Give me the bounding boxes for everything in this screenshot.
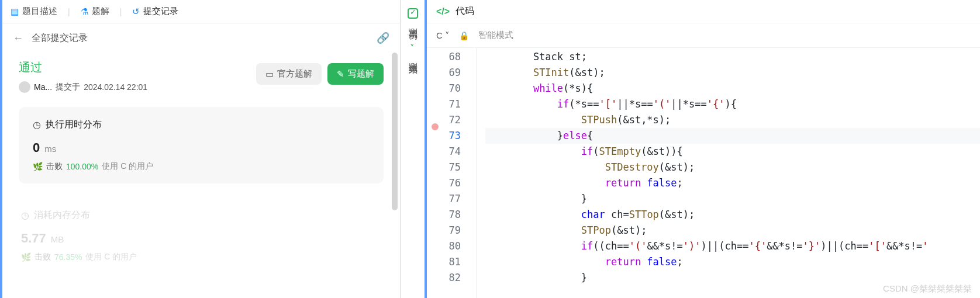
vtab-result[interactable]: ˅ 测试结果 [408,39,419,64]
card-title: 消耗内存分布 [21,209,370,221]
runtime-unit: ms [44,144,56,154]
vtab-label: 测试用例 [408,21,419,26]
separator [407,34,419,34]
button-label: 官方题解 [277,68,312,79]
breakpoint-gutter[interactable] [427,48,443,298]
tab-submissions[interactable]: ↺ 提交记录 [132,0,178,23]
beat-percent: 100.00% [66,162,98,171]
username: Ma... [34,82,52,92]
beat-rest: 使用 C 的用户 [85,252,137,262]
beat-rest: 使用 C 的用户 [102,161,153,172]
runtime-card: 执行用时分布 0 ms 🌿 击败 100.00% 使用 C 的用户 [19,107,384,183]
vertical-tabs-col: 测试用例 ˅ 测试结果 [401,0,427,298]
status-row: 通过 Ma... 提交于 2024.02.14 22:01 ▭ 官方题解 ✎ [19,60,384,93]
button-label: 写题解 [348,68,374,79]
beat-percent: 76.35% [54,252,82,262]
file-icon: ▤ [11,6,19,17]
tab-label: 题目描述 [22,6,57,17]
fire-icon: 🌿 [33,162,43,171]
memory-unit: MB [51,234,64,244]
tabs-bar: ▤ 题目描述 | ⚗ 题解 | ↺ 提交记录 [2,0,400,23]
link-icon[interactable]: 🔗 [377,32,389,44]
tab-label: 提交记录 [143,6,178,17]
write-solution-button[interactable]: ✎ 写题解 [327,63,384,85]
code-lines[interactable]: Stack st; STInit(&st); while(*s){ if(*s=… [477,48,980,298]
beat-row: 🌿 击败 100.00% 使用 C 的用户 [33,161,370,172]
back-arrow-icon[interactable]: ← [13,32,23,44]
memory-card: 消耗内存分布 5.77 MB 🌿 击败 76.35% 使用 C 的用户 [19,197,384,274]
subheader: ← 全部提交记录 🔗 [2,23,400,53]
status-accepted: 通过 [19,60,147,75]
fire-icon: 🌿 [21,252,31,262]
code-header-label: 代码 [456,5,474,18]
code-icon: </> [436,6,450,17]
language-selector[interactable]: C ˅ [436,30,450,41]
lock-icon: 🔒 [459,31,469,40]
separator: | [120,7,122,16]
tab-solution[interactable]: ⚗ 题解 [81,0,109,23]
watermark: CSDN @桀桀桀桀桀桀 [883,283,972,294]
book-icon: ▭ [265,69,274,79]
code-header: </> 代码 [427,0,980,23]
title-text: 执行用时分布 [46,119,102,131]
vtab-label: 测试结果 [408,56,419,60]
subheader-title: 全部提交记录 [32,32,368,44]
timestamp: 2024.02.14 22:01 [84,82,147,92]
content-area: 通过 Ma... 提交于 2024.02.14 22:01 ▭ 官方题解 ✎ [2,53,400,298]
fold-gutter[interactable] [467,48,477,298]
beat-row: 🌿 击败 76.35% 使用 C 的用户 [21,252,370,262]
official-solution-button[interactable]: ▭ 官方题解 [256,63,322,85]
avatar [19,81,30,93]
separator: | [68,7,70,16]
code-editor[interactable]: 686970717273747576777879808182 Stack st;… [427,48,980,298]
lang-label: C [436,30,443,40]
edit-icon: ✎ [337,69,344,79]
beat-label: 击败 [34,252,51,262]
vtab-testcase[interactable]: 测试用例 [408,5,419,29]
chevron-down-icon: ˅ [445,30,450,41]
tab-description[interactable]: ▤ 题目描述 [11,0,57,23]
flask-icon: ⚗ [81,6,88,17]
code-panel: </> 代码 C ˅ 🔒 智能模式 6869707172737475767778… [427,0,980,298]
chevron-down-icon: ˅ [410,43,416,53]
code-toolbar: C ˅ 🔒 智能模式 [427,23,980,48]
card-title: 执行用时分布 [33,119,370,131]
left-panel: ▤ 题目描述 | ⚗ 题解 | ↺ 提交记录 ← 全部提交记录 🔗 通过 [0,0,401,298]
beat-label: 击败 [46,161,63,172]
submitted-label: 提交于 [56,82,80,92]
history-icon: ↺ [132,6,140,17]
tab-label: 题解 [92,6,109,17]
title-text: 消耗内存分布 [34,209,90,221]
scrollbar[interactable] [392,53,398,210]
memory-value: 5.77 [21,231,46,245]
line-number-gutter: 686970717273747576777879808182 [443,48,467,298]
check-square-icon [408,8,418,19]
editor-mode[interactable]: 智能模式 [478,30,513,41]
submitter-info: Ma... 提交于 2024.02.14 22:01 [19,81,147,93]
runtime-value: 0 [33,140,40,155]
